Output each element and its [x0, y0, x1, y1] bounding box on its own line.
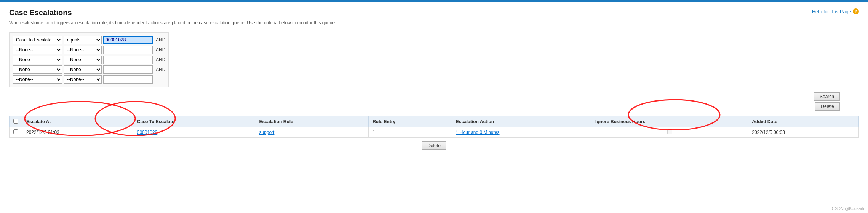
row-checkbox[interactable] [13, 129, 18, 134]
table-row: 2022/12/5 01:03 00001028 support 1 1 Hou… [10, 127, 859, 138]
ignore-business-hours-cell [591, 127, 748, 138]
filter-value-1[interactable] [103, 36, 153, 44]
help-link[interactable]: Help for this Page ? [812, 8, 859, 14]
col-case-to-escalate: Case To Escalate [133, 116, 255, 127]
page-title: Case Escalations [9, 8, 859, 17]
col-escalation-rule: Escalation Rule [255, 116, 369, 127]
filter-field-2[interactable]: --None-- [13, 46, 62, 54]
filter-value-5[interactable] [103, 75, 153, 84]
help-icon: ? [853, 8, 859, 14]
filter-operator-5[interactable]: --None-- [64, 75, 102, 84]
filter-row-2: --None-- --None-- AND [13, 46, 165, 54]
col-escalation-action: Escalation Action [452, 116, 591, 127]
rule-entry-cell: 1 [369, 127, 452, 138]
page-description: When salesforce.com triggers an escalati… [9, 20, 859, 25]
filter-value-2[interactable] [103, 46, 153, 54]
col-escalate-at: Escalate At [22, 116, 133, 127]
filter-and-1: AND [156, 37, 165, 43]
col-checkbox [10, 116, 22, 127]
row-checkbox-cell [10, 127, 22, 138]
escalation-rule-cell: support [255, 127, 369, 138]
filter-operator-2[interactable]: --None-- [64, 46, 102, 54]
escalation-action-link[interactable]: 1 Hour and 0 Minutes [456, 130, 500, 135]
filter-value-3[interactable] [103, 56, 153, 64]
case-to-escalate-cell: 00001028 [133, 127, 255, 138]
filter-field-1[interactable]: Case To Escalate --None-- [13, 36, 62, 44]
case-link[interactable]: 00001028 [137, 130, 157, 135]
added-date-cell: 2022/12/5 00:03 [748, 127, 859, 138]
search-button[interactable]: Search [814, 92, 840, 101]
filter-row-3: --None-- --None-- AND [13, 56, 165, 64]
filter-operator-4[interactable]: --None-- [64, 65, 102, 74]
filter-row-5: --None-- --None-- [13, 75, 165, 84]
select-all-checkbox[interactable] [13, 119, 18, 124]
delete-bottom-button[interactable]: Delete [422, 141, 446, 150]
col-rule-entry: Rule Entry [369, 116, 452, 127]
delete-top-button[interactable]: Delete [815, 102, 840, 111]
escalate-at-cell: 2022/12/5 01:03 [22, 127, 133, 138]
escalations-table: Escalate At Case To Escalate Escalation … [9, 116, 859, 138]
escalation-rule-link[interactable]: support [259, 130, 274, 135]
filter-field-3[interactable]: --None-- [13, 56, 62, 64]
filter-operator-3[interactable]: --None-- [64, 56, 102, 64]
filter-field-5[interactable]: --None-- [13, 75, 62, 84]
filter-and-3: AND [156, 57, 165, 62]
col-ignore-business-hours: Ignore Business Hours [591, 116, 748, 127]
top-buttons: Search Delete [9, 92, 859, 111]
watermark: CSDN @Kousaih [832, 206, 864, 211]
filter-value-4[interactable] [103, 65, 153, 74]
filter-and-2: AND [156, 47, 165, 52]
col-added-date: Added Date [748, 116, 859, 127]
bottom-buttons: Delete [9, 141, 859, 150]
filter-section: Case To Escalate --None-- equals --None-… [9, 32, 169, 87]
filter-row-4: --None-- --None-- AND [13, 65, 165, 74]
ignore-business-hours-checkbox [667, 129, 672, 134]
escalation-action-cell: 1 Hour and 0 Minutes [452, 127, 591, 138]
filter-field-4[interactable]: --None-- [13, 65, 62, 74]
filter-operator-1[interactable]: equals --None-- [64, 36, 102, 44]
help-link-text: Help for this Page [812, 9, 851, 14]
filter-row-1: Case To Escalate --None-- equals --None-… [13, 36, 165, 44]
filter-and-4: AND [156, 67, 165, 72]
